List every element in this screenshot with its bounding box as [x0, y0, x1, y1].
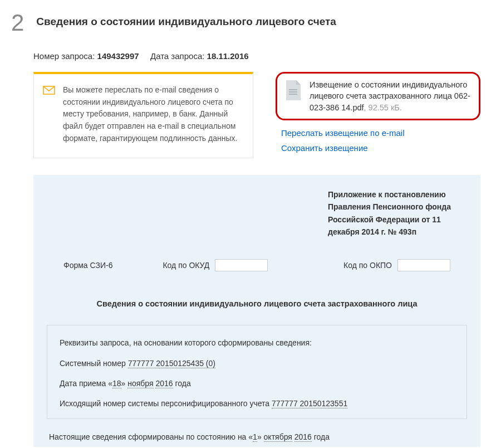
document-panel: Приложение к постановлению Правления Пен… [33, 175, 480, 447]
system-number: 777777 20150125435 (0) [128, 359, 215, 368]
request-details-heading: Реквизиты запроса, на основании которого… [60, 338, 454, 348]
section-header: 2 Сведения о состоянии индивидуального л… [11, 11, 480, 35]
form-code: Форма СЗИ-6 [63, 261, 112, 270]
status-year: 2016 [294, 432, 312, 442]
file-attachment-box[interactable]: Извещение о состоянии индивидуального ли… [276, 72, 480, 120]
status-day: 1 [253, 432, 257, 442]
okud-label: Код по ОКУД [163, 261, 209, 270]
status-month: октября [264, 432, 292, 442]
request-number-label: Номер запроса: [33, 51, 97, 61]
request-date-label: Дата запроса: [150, 51, 207, 61]
acceptance-day: 18 [112, 379, 121, 388]
save-file-link[interactable]: Сохранить извещение [281, 143, 480, 153]
forward-email-link[interactable]: Переслать извещение по e-mail [281, 128, 480, 138]
svg-rect-1 [289, 89, 297, 90]
request-number: 149432997 [97, 51, 139, 61]
acceptance-date-row: Дата приема «18» ноября 2016 года [60, 378, 454, 388]
system-number-row: Системный номер 777777 20150125435 (0) [60, 358, 454, 368]
mail-icon [43, 86, 55, 95]
acceptance-month: ноября [127, 379, 153, 388]
document-title: Сведения о состоянии индивидуального лиц… [47, 299, 467, 308]
okud-input[interactable] [215, 259, 268, 271]
page-title: Сведения о состоянии индивидуального лиц… [36, 16, 336, 28]
request-details-box: Реквизиты запроса, на основании которого… [47, 325, 467, 419]
file-icon [285, 80, 302, 103]
status-date-line: Настоящие сведения сформированы по состо… [47, 432, 467, 441]
svg-rect-2 [289, 91, 297, 92]
acceptance-year: 2016 [155, 379, 173, 388]
email-info-box: Вы можете переслать по e-mail сведения о… [33, 72, 253, 158]
request-date: 18.11.2016 [207, 51, 249, 61]
email-info-text: Вы можете переслать по e-mail сведения о… [63, 84, 243, 144]
request-meta: Номер запроса: 149432997 Дата запроса: 1… [33, 51, 480, 61]
form-code-row: Форма СЗИ-6 Код по ОКУД Код по ОКПО [47, 259, 467, 271]
step-number: 2 [11, 11, 24, 35]
svg-rect-3 [289, 94, 297, 95]
outgoing-number: 777777 20150123551 [272, 399, 347, 408]
file-size: , 92.55 кБ. [364, 103, 402, 112]
okpo-label: Код по ОКПО [343, 261, 392, 270]
appendix-text: Приложение к постановлению Правления Пен… [328, 188, 467, 238]
okpo-input[interactable] [397, 259, 450, 271]
outgoing-number-row: Исходящий номер системы персонифицирован… [60, 398, 454, 408]
file-text: Извещение о состоянии индивидуального ли… [310, 79, 471, 113]
